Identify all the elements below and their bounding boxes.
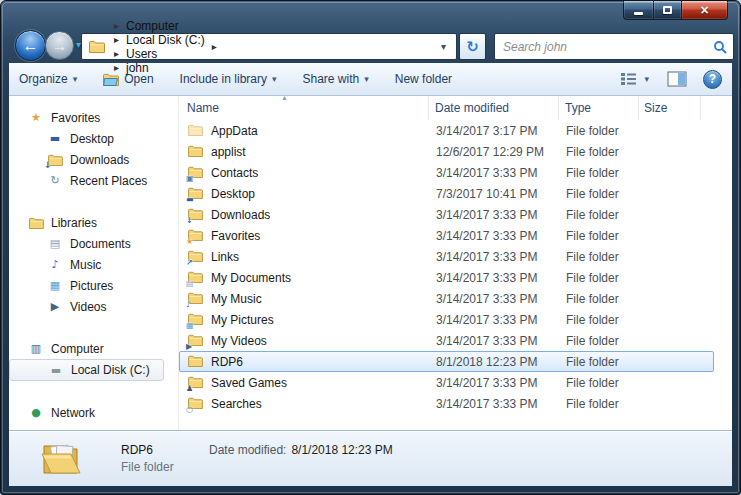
address-dropdown-button[interactable]: ▾ <box>435 41 452 52</box>
breadcrumb-item-users[interactable]: Users <box>126 47 157 61</box>
sidebar-item-favorites[interactable]: ★ Favorites <box>9 107 178 128</box>
address-bar-row: ← → ▾ ▸ Computer ▸ Local Disk (C:) ▸ Use… <box>9 30 732 63</box>
column-header-date-modified[interactable]: Date modified <box>429 96 559 120</box>
sidebar-icon-downloads: ↓ <box>44 161 52 170</box>
file-row-appdata[interactable]: AppData 3/14/2017 3:17 PM File folder <box>179 120 714 141</box>
breadcrumb-item-john[interactable]: john <box>126 61 149 75</box>
folder-overlay-icon: ▣ <box>186 174 194 183</box>
details-date-value: 8/1/2018 12:23 PM <box>291 443 392 457</box>
file-row-downloads[interactable]: ↓ Downloads 3/14/2017 3:33 PM File folde… <box>179 204 714 225</box>
caption-buttons: × <box>623 1 728 20</box>
refresh-icon: ↻ <box>466 38 479 56</box>
sidebar-icon-network: ● <box>31 407 41 418</box>
maximize-icon <box>663 6 672 14</box>
folder-icon: ▣ <box>188 166 206 180</box>
sidebar-icon-videos: ▶ <box>51 301 59 312</box>
change-view-button[interactable]: ▾ <box>620 72 649 86</box>
folder-overlay-icon: ▶ <box>186 342 192 351</box>
folder-icon: ↗ <box>188 250 206 264</box>
maximize-button[interactable] <box>653 1 681 20</box>
toolbar-button-organize[interactable]: Organize ▾ <box>19 72 77 86</box>
sidebar-item-documents[interactable]: ▤ Documents <box>9 233 178 254</box>
close-button[interactable]: × <box>681 1 728 20</box>
folder-icon: ○ <box>188 397 206 411</box>
sidebar-item-videos[interactable]: ▶ Videos <box>9 296 178 317</box>
breadcrumb[interactable]: ▸ Computer ▸ Local Disk (C:) ▸ Users ▸ j… <box>81 33 457 60</box>
file-row-links[interactable]: ↗ Links 3/14/2017 3:33 PM File folder <box>179 246 714 267</box>
breadcrumb-arrow-icon: ▸ <box>107 62 126 73</box>
preview-pane-icon <box>667 71 687 87</box>
refresh-button[interactable]: ↻ <box>459 33 486 60</box>
sidebar-item-music[interactable]: ♪ Music <box>9 254 178 275</box>
sidebar-icon-pictures: ▦ <box>50 280 60 291</box>
back-arrow-icon: ← <box>23 37 39 55</box>
sidebar-item-computer[interactable]: ▥ Computer <box>9 338 178 359</box>
chevron-down-icon: ▾ <box>272 74 277 84</box>
folder-icon <box>188 145 206 159</box>
folder-overlay-icon: ★ <box>186 237 193 246</box>
column-header-name[interactable]: Name ▲ <box>179 96 429 120</box>
close-icon: × <box>700 2 708 19</box>
folder-overlay-icon: ▬ <box>186 195 194 204</box>
sidebar-item-recent-places[interactable]: ↻ Recent Places <box>9 170 178 191</box>
sidebar-icon-music: ♪ <box>51 259 58 270</box>
file-row-my-music[interactable]: ♪ My Music 3/14/2017 3:33 PM File folder <box>179 288 714 309</box>
toolbar-button-share-with[interactable]: Share with ▾ <box>303 72 369 86</box>
sidebar-item-network[interactable]: ● Network <box>9 402 178 423</box>
breadcrumb-item-local-disk-c[interactable]: Local Disk (C:) <box>126 33 205 47</box>
sidebar-icon-favorites: ★ <box>31 112 41 123</box>
chevron-down-icon: ▾ <box>364 74 369 84</box>
column-headers: Name ▲ Date modified Type Size <box>179 96 732 120</box>
search-input[interactable] <box>501 39 713 55</box>
breadcrumb-trailing-arrow-icon: ▸ <box>205 41 224 52</box>
sidebar-icon-recent-places: ↻ <box>50 175 59 186</box>
file-row-favorites[interactable]: ★ Favorites 3/14/2017 3:33 PM File folde… <box>179 225 714 246</box>
details-item-name: RDP6 <box>121 443 153 457</box>
file-row-applist[interactable]: applist 12/6/2017 12:29 PM File folder <box>179 141 714 162</box>
file-rows: AppData 3/14/2017 3:17 PM File folder ap… <box>179 120 732 430</box>
column-header-size[interactable]: Size <box>639 96 701 120</box>
folder-overlay-icon: ○ <box>186 405 193 414</box>
folder-icon: ★ <box>188 229 206 243</box>
breadcrumb-arrow-icon: ▸ <box>107 20 126 31</box>
details-pane: RDP6 Date modified: 8/1/2018 12:23 PM Fi… <box>9 430 732 486</box>
preview-pane-button[interactable] <box>667 71 687 87</box>
file-row-searches[interactable]: ○ Searches 3/14/2017 3:33 PM File folder <box>179 393 714 414</box>
folder-overlay-icon: ↗ <box>186 258 193 267</box>
sidebar-icon-computer: ▥ <box>31 343 41 354</box>
breadcrumb-segment[interactable]: ▸ Computer <box>107 19 205 33</box>
breadcrumb-segment[interactable]: ▸ john <box>107 61 205 75</box>
search-icon <box>713 40 727 54</box>
folder-icon: ↓ <box>188 208 206 222</box>
breadcrumb-item-computer[interactable]: Computer <box>126 19 179 33</box>
help-button[interactable]: ? <box>703 70 722 89</box>
folder-overlay-icon: ▦ <box>186 321 194 330</box>
file-row-desktop[interactable]: ▬ Desktop 7/3/2017 10:41 PM File folder <box>179 183 714 204</box>
file-row-my-documents[interactable]: ▤ My Documents 3/14/2017 3:33 PM File fo… <box>179 267 714 288</box>
search-box <box>494 33 734 60</box>
folder-icon: ▤ <box>188 271 206 285</box>
file-row-my-pictures[interactable]: ▦ My Pictures 3/14/2017 3:33 PM File fol… <box>179 309 714 330</box>
navigation-pane: ★ Favorites ▬ Desktop <box>9 96 179 430</box>
toolbar-button-new-folder[interactable]: New folder ▾ <box>395 72 452 86</box>
folder-icon: ♟ <box>188 376 206 390</box>
sidebar-item-local-disk-c[interactable]: ▬ Local Disk (C:) <box>9 359 164 381</box>
breadcrumb-arrow-icon: ▸ <box>107 48 126 59</box>
selected-folder-icon <box>39 439 85 479</box>
breadcrumb-segment[interactable]: ▸ Local Disk (C:) <box>107 33 205 47</box>
back-button[interactable]: ← <box>15 30 46 61</box>
file-row-rdp6[interactable]: RDP6 8/1/2018 12:23 PM File folder <box>179 351 714 372</box>
minimize-button[interactable] <box>623 1 653 20</box>
column-header-type[interactable]: Type <box>559 96 639 120</box>
sidebar-item-downloads[interactable]: ↓ Downloads <box>9 149 178 170</box>
file-row-my-videos[interactable]: ▶ My Videos 3/14/2017 3:33 PM File folde… <box>179 330 714 351</box>
file-row-contacts[interactable]: ▣ Contacts 3/14/2017 3:33 PM File folder <box>179 162 714 183</box>
sidebar-item-pictures[interactable]: ▦ Pictures <box>9 275 178 296</box>
breadcrumb-segment[interactable]: ▸ Users <box>107 47 205 61</box>
folder-overlay-icon: ♟ <box>186 384 193 393</box>
sidebar-item-desktop[interactable]: ▬ Desktop <box>9 128 178 149</box>
sidebar-item-libraries[interactable]: Libraries <box>9 212 178 233</box>
breadcrumb-arrow-icon: ▸ <box>107 34 126 45</box>
forward-button[interactable]: → <box>45 31 74 60</box>
file-row-saved-games[interactable]: ♟ Saved Games 3/14/2017 3:33 PM File fol… <box>179 372 714 393</box>
